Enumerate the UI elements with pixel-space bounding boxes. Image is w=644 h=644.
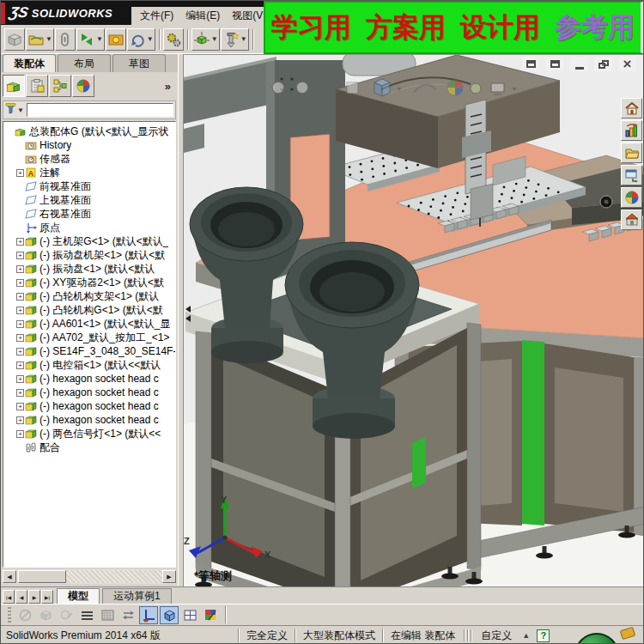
- expander-icon[interactable]: +: [15, 403, 25, 410]
- minimize-icon[interactable]: [570, 57, 588, 71]
- tree-item[interactable]: +(-) XY驱动器2<1> (默认<默: [3, 276, 175, 289]
- view-palette-icon[interactable]: [621, 165, 642, 185]
- tile-windows-icon[interactable]: [546, 57, 564, 71]
- tree-item[interactable]: +(-) 凸轮机构G<1> (默认<默: [3, 303, 175, 317]
- custom-caret-icon[interactable]: ▲: [522, 631, 530, 640]
- featuremanager-tree-icon[interactable]: [3, 75, 25, 97]
- restore-icon[interactable]: [594, 57, 612, 71]
- appearances-icon[interactable]: [621, 187, 642, 208]
- swap-icon[interactable]: [118, 606, 137, 624]
- hatch-icon[interactable]: [98, 606, 117, 624]
- insert-component-icon[interactable]: [4, 28, 25, 51]
- solid-bodies-icon[interactable]: [36, 606, 55, 624]
- resources-home-icon[interactable]: [621, 98, 642, 118]
- expander-icon[interactable]: +: [15, 430, 25, 438]
- tree-item[interactable]: 右视基准面: [3, 207, 175, 221]
- tree-item[interactable]: +(-) 主机架G<1> (默认<默认_: [3, 234, 175, 248]
- tab-nav-icon[interactable]: ▶|: [41, 590, 53, 604]
- tree-item[interactable]: +(-) hexagon socket head c: [3, 386, 175, 399]
- expander-icon[interactable]: +: [15, 334, 25, 342]
- tree-item[interactable]: 上视基准面: [3, 193, 175, 207]
- capture-icon[interactable]: [106, 28, 126, 51]
- tree-item[interactable]: +(-) hexagon socket head c: [3, 399, 175, 413]
- tree-item[interactable]: +(-) 电控箱<1> (默认<<默认: [3, 358, 175, 372]
- tree-item[interactable]: 原点: [3, 221, 175, 234]
- menu-item[interactable]: 编辑(E): [185, 9, 220, 23]
- gears-icon[interactable]: [163, 28, 184, 51]
- scroll-track[interactable]: [66, 570, 162, 583]
- tree-item[interactable]: +(-) 振动盘<1> (默认<默认: [3, 262, 175, 276]
- tree-item[interactable]: +(-) hexagon socket head c: [3, 413, 175, 427]
- design-library-icon[interactable]: [621, 120, 642, 141]
- tree-item[interactable]: +(-) hexagon socket head c: [3, 372, 175, 386]
- cascade-windows-icon[interactable]: [522, 57, 540, 71]
- tree-hscrollbar[interactable]: ◀ ▶: [3, 569, 176, 584]
- tab-nav-icon[interactable]: ◀: [15, 590, 27, 604]
- tab-模型[interactable]: 模型: [57, 588, 100, 604]
- shaded-view-icon[interactable]: [160, 606, 179, 624]
- menu-item[interactable]: 视图(V: [232, 9, 263, 23]
- tab-布局[interactable]: 布局: [58, 54, 111, 72]
- expander-icon[interactable]: +: [15, 265, 25, 273]
- 3d-assembly-model[interactable]: Y X Z: [184, 55, 644, 587]
- filter-funnel-icon[interactable]: [5, 102, 16, 118]
- expander-icon[interactable]: +: [15, 389, 25, 397]
- expander-icon[interactable]: +: [15, 416, 25, 424]
- menu-item[interactable]: 文件(F): [140, 9, 173, 23]
- attach-icon[interactable]: [55, 28, 76, 51]
- tree-item[interactable]: +(-) 振动盘机架<1> (默认<默: [3, 248, 175, 262]
- grid-icon[interactable]: [180, 606, 199, 624]
- expander-icon[interactable]: +: [15, 375, 25, 383]
- expander-icon[interactable]: +: [15, 252, 25, 259]
- custom-properties-icon[interactable]: [621, 210, 642, 230]
- mate-icon[interactable]: ▼: [76, 28, 105, 51]
- expander-icon[interactable]: +: [15, 293, 25, 301]
- tab-nav-icon[interactable]: |◀: [3, 590, 15, 604]
- quick-snaps-icon[interactable]: [57, 606, 76, 624]
- display-manager-icon[interactable]: [72, 75, 94, 97]
- move-component-icon[interactable]: ▼: [191, 28, 220, 51]
- expander-icon[interactable]: +: [15, 279, 25, 287]
- close-icon[interactable]: ×: [618, 57, 636, 71]
- expander-icon[interactable]: +: [15, 307, 25, 314]
- tab-草图[interactable]: 草图: [112, 54, 166, 72]
- tab-装配体[interactable]: 装配体: [3, 54, 56, 72]
- expander-icon[interactable]: +: [15, 169, 25, 177]
- tree-item[interactable]: +(-) 凸轮机构支架<1> (默认: [3, 289, 175, 303]
- panel-splitter[interactable]: [178, 54, 184, 586]
- tab-运动算例1[interactable]: 运动算例1: [102, 588, 172, 604]
- tree-item[interactable]: 总装配体G (默认<默认_显示状: [3, 125, 175, 138]
- tree-item[interactable]: +(-) SE14F_3_048_30_SE14F-: [3, 344, 175, 358]
- tree-item[interactable]: 配合: [3, 440, 175, 454]
- tree-item[interactable]: +(-) AA601<1> (默认<默认_显: [3, 317, 175, 331]
- open-icon[interactable]: ▼: [26, 28, 54, 51]
- filter-dropdown-icon[interactable]: ▼: [17, 106, 24, 114]
- toolbar-grip[interactable]: [8, 607, 11, 623]
- expander-icon[interactable]: +: [15, 361, 25, 369]
- expander-icon[interactable]: +: [15, 348, 25, 355]
- tab-nav-icon[interactable]: ▶: [28, 590, 40, 604]
- line-style-icon[interactable]: [77, 606, 96, 624]
- overflow-chevron-icon[interactable]: »: [165, 80, 171, 93]
- file-explorer-icon[interactable]: [621, 143, 642, 163]
- scroll-thumb[interactable]: [18, 570, 66, 583]
- tree-item[interactable]: +A注解: [3, 166, 175, 179]
- tree-item[interactable]: +(-) AA702_默认_按加工_<1>: [3, 331, 175, 344]
- tree-item[interactable]: 前视基准面: [3, 179, 175, 193]
- filter-icon[interactable]: [15, 606, 34, 624]
- tree-item[interactable]: +(-) 两色信号灯<1> (默认<<: [3, 427, 175, 440]
- graphics-area[interactable]: Y X Z × *等轴测: [184, 54, 644, 586]
- help-icon[interactable]: ?: [537, 629, 550, 642]
- scroll-left-icon[interactable]: ◀: [3, 570, 16, 583]
- tree-item[interactable]: 传感器: [3, 152, 175, 166]
- view-origins-icon[interactable]: [139, 606, 158, 624]
- edit-appearance-icon[interactable]: [201, 606, 220, 624]
- propertymanager-icon[interactable]: [26, 75, 48, 97]
- tree-item[interactable]: History: [3, 138, 175, 152]
- expander-icon[interactable]: +: [15, 320, 25, 328]
- expander-icon[interactable]: +: [15, 238, 25, 246]
- custom-label[interactable]: 自定义: [477, 629, 515, 643]
- scroll-right-icon[interactable]: ▶: [162, 570, 176, 583]
- rotate-view-icon[interactable]: ▼: [127, 28, 155, 51]
- smart-fastener-icon[interactable]: ▼: [221, 28, 249, 51]
